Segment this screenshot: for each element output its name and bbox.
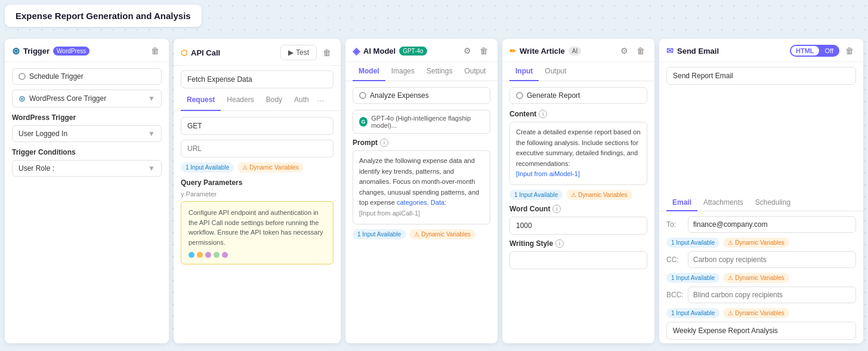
- toggle-html-option[interactable]: HTML: [791, 46, 819, 56]
- analyze-expenses-item: Analyze Expenses: [353, 87, 490, 104]
- ai-model-icon: ◈: [353, 45, 360, 57]
- content-area[interactable]: Create a detailed expense report based o…: [509, 122, 647, 185]
- write-tab-input[interactable]: Input: [509, 62, 539, 81]
- ai-delete-button[interactable]: 🗑: [477, 45, 490, 57]
- user-role-label: User Role :: [18, 164, 54, 173]
- method-select-container: GET: [181, 117, 333, 135]
- cc-tags-row: 1 Input Available ⚠ Dynamic Variables: [666, 273, 856, 283]
- toggle-off-option[interactable]: Off: [820, 46, 838, 56]
- model-select-row[interactable]: G GPT-4o (High-intelligence flagship mod…: [353, 110, 490, 134]
- wp-trigger-icon: ⊛: [12, 45, 20, 57]
- html-toggle[interactable]: HTML Off: [790, 45, 839, 57]
- trigger-value-row[interactable]: User Logged In ▼: [12, 125, 162, 142]
- email-tab-attachments[interactable]: Attachments: [697, 195, 749, 211]
- ai-tags-row: 1 Input Available ⚠ Dynamic Variables: [353, 229, 490, 239]
- play-icon: ▶: [288, 48, 294, 57]
- bcc-input[interactable]: [688, 287, 856, 303]
- write-badge: AI: [569, 47, 581, 56]
- analyze-label: Analyze Expenses: [370, 91, 429, 100]
- api-name-input[interactable]: [181, 70, 333, 88]
- ai-dynamic-label: Dynamic Variables: [421, 231, 471, 238]
- write-tags-row-content: 1 Input Available ⚠ Dynamic Variables: [509, 190, 647, 200]
- writing-style-label: Writing Style: [509, 239, 553, 248]
- note-dot-1: [189, 252, 194, 258]
- page-title: Expense Report Generation and Analysis: [16, 11, 191, 21]
- bcc-label: BCC:: [666, 291, 684, 299]
- api-note-text: Configure API endpoint and authenticatio…: [189, 209, 323, 246]
- api-panel-body: GET 1 Input Available ⚠ Dynamic Variable…: [174, 111, 341, 343]
- word-count-label: Word Count: [509, 205, 550, 213]
- wp-core-trigger-item[interactable]: ⊛ WordPress Core Trigger ▼: [12, 90, 162, 107]
- ai-settings-button[interactable]: ⚙: [461, 45, 474, 57]
- api-tags-row: 1 Input Available ⚠ Dynamic Variables: [181, 162, 333, 173]
- cc-input-tag: 1 Input Available: [666, 273, 719, 283]
- api-call-title-text: API Call: [191, 48, 220, 57]
- email-fields-container: To: 1 Input Available ⚠ Dynamic Variable…: [659, 211, 863, 344]
- trigger-delete-button[interactable]: 🗑: [149, 45, 162, 57]
- ai-dynamic-tag: ⚠ Dynamic Variables: [409, 229, 475, 239]
- prompt-text-area[interactable]: Analyze the following expense data and i…: [353, 150, 490, 224]
- to-dynamic-icon: ⚠: [728, 239, 733, 246]
- schedule-trigger-item[interactable]: Schedule Trigger: [12, 68, 162, 85]
- content-input-ref: [Input from aiModel-1]: [516, 170, 580, 177]
- email-tab-email[interactable]: Email: [666, 195, 697, 211]
- writing-style-input[interactable]: [509, 251, 647, 269]
- bcc-field-row: BCC:: [666, 287, 856, 303]
- ai-tab-output[interactable]: Output: [458, 62, 492, 81]
- email-tab-nav: Email Attachments Scheduling: [659, 195, 863, 211]
- trigger-panel-actions: 🗑: [149, 45, 162, 57]
- prompt-label-text: Prompt: [353, 138, 378, 147]
- trigger-panel: ⊛ Trigger WordPress 🗑 Schedule Trigger ⊛…: [5, 39, 169, 343]
- api-call-panel: ⬡ API Call ▶ Test 🗑 Request Headers Body…: [174, 39, 341, 343]
- email-tab-scheduling[interactable]: Scheduling: [749, 195, 796, 211]
- api-tab-body[interactable]: Body: [260, 91, 288, 111]
- content-label-row: Content i: [509, 110, 647, 118]
- generate-radio: [516, 92, 523, 99]
- wp-icon: ⊛: [18, 94, 26, 103]
- api-tab-more[interactable]: ···: [315, 91, 327, 111]
- word-count-label-row: Word Count i: [509, 205, 647, 213]
- api-call-icon: ⬡: [181, 48, 187, 57]
- wp-trigger-section-label: WordPress Trigger: [12, 113, 162, 122]
- ai-tab-model[interactable]: Model: [353, 62, 385, 81]
- trigger-badge: WordPress: [53, 47, 89, 56]
- url-input[interactable]: [181, 140, 333, 158]
- write-tab-output[interactable]: Output: [539, 62, 572, 81]
- api-delete-button[interactable]: 🗑: [320, 47, 333, 59]
- to-input[interactable]: [688, 216, 856, 233]
- send-email-title: ✉ Send Email: [666, 46, 719, 56]
- method-select[interactable]: GET: [181, 117, 333, 135]
- api-tab-request[interactable]: Request: [181, 91, 221, 111]
- cc-input[interactable]: [688, 251, 856, 268]
- api-tab-nav: Request Headers Body Auth ···: [174, 91, 341, 111]
- word-count-input[interactable]: [509, 217, 647, 235]
- title-bar: Expense Report Generation and Analysis: [5, 5, 202, 27]
- write-delete-button[interactable]: 🗑: [634, 45, 647, 57]
- write-dynamic-tag-content: ⚠ Dynamic Variables: [566, 190, 632, 200]
- wp-core-trigger-label: WordPress Core Trigger: [29, 94, 106, 103]
- email-name-input[interactable]: [666, 67, 856, 85]
- user-role-row[interactable]: User Role : ▼: [12, 160, 162, 177]
- api-input-tag: 1 Input Available: [181, 162, 234, 173]
- word-count-info-icon: i: [552, 205, 561, 213]
- bcc-dynamic-label: Dynamic Variables: [735, 310, 784, 316]
- note-dot-5: [222, 252, 228, 258]
- ai-tab-nav: Model Images Settings Output: [345, 62, 498, 81]
- ai-tab-settings[interactable]: Settings: [421, 62, 458, 81]
- ai-model-title-text: AI Model: [363, 47, 396, 56]
- ai-tab-images[interactable]: Images: [385, 62, 421, 81]
- ai-panel-body: Analyze Expenses G GPT-4o (High-intellig…: [345, 81, 498, 343]
- api-tab-headers[interactable]: Headers: [221, 91, 260, 111]
- analyze-radio: [359, 92, 366, 99]
- prompt-label-row: Prompt i: [353, 138, 490, 147]
- api-test-button[interactable]: ▶ Test: [280, 45, 317, 60]
- writing-style-info-icon: i: [555, 239, 564, 248]
- prompt-input-ref: [Input from apiCall-1]: [359, 210, 420, 217]
- subject-input[interactable]: [666, 322, 856, 340]
- send-email-delete-button[interactable]: 🗑: [843, 45, 856, 57]
- generate-report-item: Generate Report: [509, 87, 647, 104]
- api-tab-auth[interactable]: Auth: [288, 91, 315, 111]
- note-dot-2: [197, 252, 203, 258]
- write-settings-button[interactable]: ⚙: [618, 45, 631, 57]
- content-label-text: Content: [509, 110, 536, 118]
